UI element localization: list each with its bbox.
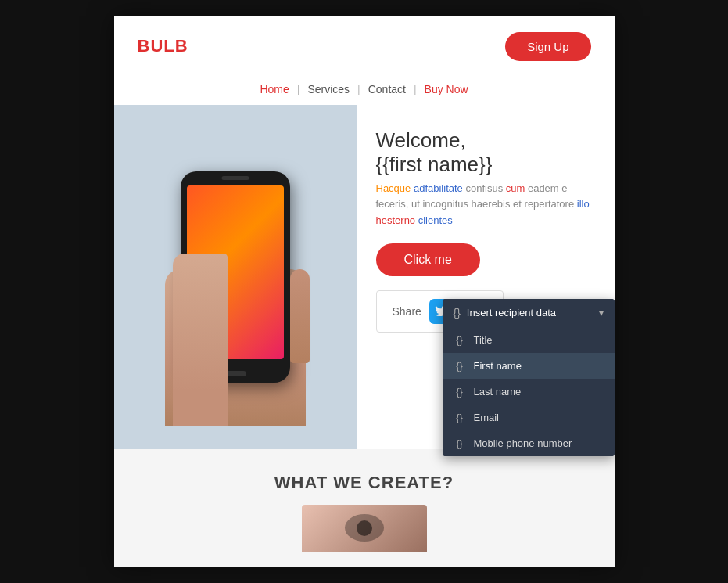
braces-icon: {} — [454, 386, 466, 398]
braces-header-icon: {} — [454, 307, 461, 319]
dropdown-item-label: Mobile phone number — [474, 437, 572, 449]
main-content: Welcome, {{first name}} Hacque adfabilit… — [114, 105, 615, 449]
dropdown-header-label: Insert recipient data — [467, 307, 556, 318]
welcome-heading: Welcome, {{first name}} — [376, 128, 493, 177]
dropdown-item-label: Title — [474, 334, 493, 346]
dropdown-item-title[interactable]: {} Title — [443, 327, 615, 353]
what-we-create-heading: WHAT WE CREATE? — [138, 473, 591, 493]
insert-recipient-dropdown[interactable]: {} Insert recipient data ▾ {} Title {} F… — [443, 299, 615, 456]
dropdown-header-left: {} Insert recipient data — [454, 307, 557, 319]
logo: BULB — [138, 36, 188, 56]
click-me-button[interactable]: Click me — [376, 243, 480, 276]
dropdown-item-firstname[interactable]: {} First name — [443, 353, 615, 379]
outer-wrapper: BULB Sign Up Home | Services | Contact |… — [0, 0, 728, 583]
signup-button[interactable]: Sign Up — [505, 32, 590, 61]
nav-item-contact[interactable]: Contact — [360, 83, 414, 95]
nav-item-home[interactable]: Home — [252, 83, 296, 95]
nav: Home | Services | Contact | Buy Now — [114, 77, 615, 105]
header: BULB Sign Up — [114, 16, 615, 77]
bottom-section: WHAT WE CREATE? — [114, 449, 615, 567]
dropdown-item-mobile[interactable]: {} Mobile phone number — [443, 430, 615, 456]
dropdown-item-label: Email — [474, 412, 500, 423]
dropdown-item-label: First name — [474, 360, 522, 372]
braces-icon: {} — [454, 412, 466, 423]
camera-image — [302, 505, 427, 552]
dropdown-item-email[interactable]: {} Email — [443, 405, 615, 430]
page-container: BULB Sign Up Home | Services | Contact |… — [114, 16, 615, 567]
braces-icon: {} — [454, 334, 466, 346]
chevron-down-icon: ▾ — [599, 308, 604, 318]
dropdown-header[interactable]: {} Insert recipient data ▾ — [443, 299, 615, 327]
dropdown-item-label: Last name — [474, 386, 522, 398]
share-label: Share — [393, 305, 421, 318]
body-text: Hacque adfabilitate confisus cum eadem e… — [376, 181, 591, 229]
braces-icon: {} — [454, 360, 466, 372]
dropdown-item-lastname[interactable]: {} Last name — [443, 379, 615, 405]
nav-item-services[interactable]: Services — [299, 83, 357, 95]
nav-item-buynow[interactable]: Buy Now — [417, 83, 476, 95]
phone-section — [114, 105, 357, 449]
braces-icon: {} — [454, 437, 466, 449]
